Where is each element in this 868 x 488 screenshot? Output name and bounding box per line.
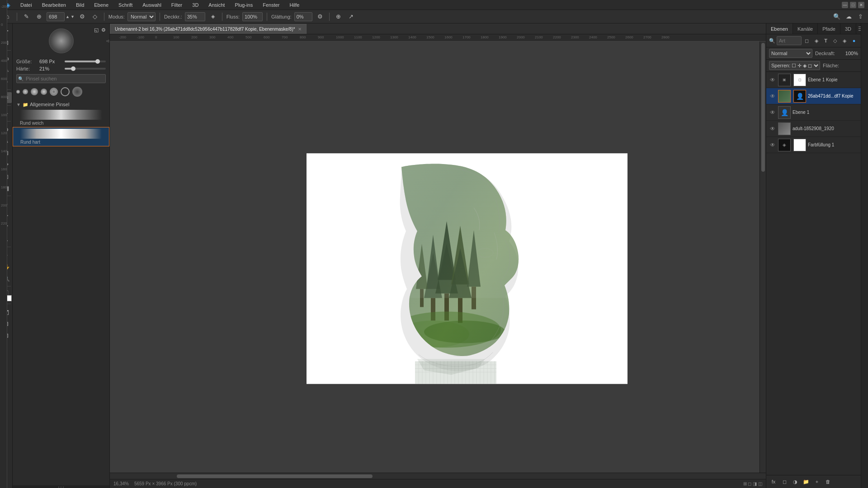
menu-item-plugins[interactable]: Plug-ins bbox=[233, 1, 255, 9]
brush-search-input[interactable] bbox=[16, 74, 106, 83]
brush-hardness-thumb[interactable] bbox=[71, 66, 75, 71]
flow-input[interactable] bbox=[185, 12, 205, 21]
filter-smart-button[interactable]: ◈ bbox=[840, 36, 849, 45]
layer-item-farbfuellung[interactable]: 👁 ◈ Farbfüllung 1 bbox=[766, 137, 861, 153]
layer-new-button[interactable]: + bbox=[812, 477, 821, 486]
layer-visibility-5[interactable]: 👁 bbox=[769, 141, 776, 149]
tab-ebenen[interactable]: Ebenen bbox=[766, 23, 793, 34]
layer-blend-mode-select[interactable]: Normal bbox=[769, 49, 812, 58]
brush-size-slider[interactable] bbox=[65, 61, 106, 62]
menu-item-datei[interactable]: Datei bbox=[19, 1, 34, 9]
brush-preset-2[interactable] bbox=[23, 89, 28, 94]
layer-mask-button[interactable]: ◻ bbox=[780, 477, 789, 486]
filter-shape-button[interactable]: ◇ bbox=[831, 36, 839, 45]
brush-preset-6[interactable] bbox=[61, 87, 70, 96]
share-button[interactable]: ⇧ bbox=[855, 12, 865, 22]
brush-preset-7[interactable] bbox=[72, 87, 82, 97]
menu-item-ebene[interactable]: Ebene bbox=[92, 1, 110, 9]
brush-item-rund-weich[interactable]: Rund weich bbox=[13, 108, 109, 127]
airbrush-button[interactable]: ◈ bbox=[208, 12, 218, 22]
tab-3d[interactable]: 3D bbox=[840, 23, 856, 34]
symmetry-button[interactable]: ⊕ bbox=[334, 12, 344, 22]
erase-tool-button[interactable]: ◇ bbox=[90, 12, 100, 22]
filter-toggle[interactable]: ● bbox=[850, 36, 858, 45]
tab-kanaele[interactable]: Kanäle bbox=[793, 23, 818, 34]
brush-size-thumb[interactable] bbox=[95, 59, 100, 64]
brush-item-rund-hart[interactable]: Rund hart bbox=[13, 127, 109, 146]
layer-item-adult[interactable]: 👁 adult-1852908_1920 bbox=[766, 121, 861, 137]
ruler-mark-28: 2600 bbox=[625, 35, 633, 39]
brush-tool-button[interactable]: ✎ bbox=[21, 12, 31, 22]
vertical-scrollbar[interactable] bbox=[760, 42, 766, 473]
layers-search-input[interactable] bbox=[777, 36, 802, 45]
minimize-button[interactable]: — bbox=[842, 2, 848, 8]
layer-item-ebene1[interactable]: 👁 👤 Ebene 1 bbox=[766, 104, 861, 121]
filter-adjust-button[interactable]: ◈ bbox=[812, 36, 821, 45]
brush-category-allgemein[interactable]: ▼ 📁 Allgemeine Pinsel bbox=[13, 100, 109, 108]
layer-item-ebene1-kopie[interactable]: 👁 ▣ ◻ Ebene 1 Kopie bbox=[766, 72, 861, 88]
menu-item-filter[interactable]: Filter bbox=[170, 1, 184, 9]
brush-size-arrow-down[interactable]: ▼ bbox=[71, 14, 75, 19]
window-controls: — □ ✕ bbox=[842, 2, 864, 8]
search-button[interactable]: 🔍 bbox=[832, 12, 842, 22]
horizontal-scrollbar[interactable] bbox=[110, 473, 766, 479]
layer-visibility-2[interactable]: 👁 bbox=[769, 93, 776, 100]
canvas-document[interactable] bbox=[307, 154, 627, 384]
brush-settings-button[interactable]: ⚙ bbox=[77, 12, 87, 22]
toolbar-separator-4 bbox=[222, 13, 222, 21]
menu-item-auswahl[interactable]: Auswahl bbox=[141, 1, 163, 9]
menu-item-bearbeiten[interactable]: Bearbeiten bbox=[40, 1, 68, 9]
layer-visibility-4[interactable]: 👁 bbox=[769, 125, 776, 132]
smoothing-settings-button[interactable]: ⚙ bbox=[315, 12, 325, 22]
cloud-button[interactable]: ☁ bbox=[844, 12, 854, 22]
layer-visibility-3[interactable]: 👁 bbox=[769, 109, 776, 116]
tab-pfade[interactable]: Pfade bbox=[818, 23, 840, 34]
menu-item-hilfe[interactable]: Hilfe bbox=[288, 1, 301, 9]
brush-size-input[interactable] bbox=[47, 12, 65, 21]
v-scroll-thumb[interactable] bbox=[761, 43, 765, 172]
search-icon: 🔍 bbox=[769, 38, 775, 44]
angle-button[interactable]: ↗ bbox=[346, 12, 356, 22]
layer-visibility-1[interactable]: 👁 bbox=[769, 76, 776, 84]
layer-adjustment-button[interactable]: ◑ bbox=[791, 477, 800, 486]
menu-item-3d[interactable]: 3D bbox=[190, 1, 200, 9]
menu-item-fenster[interactable]: Fenster bbox=[261, 1, 281, 9]
brush-size-arrow-up[interactable]: ▲ bbox=[66, 14, 70, 19]
mode-select[interactable]: Normal bbox=[127, 12, 156, 21]
menu-item-bild[interactable]: Bild bbox=[74, 1, 86, 9]
h-scroll-thumb[interactable] bbox=[177, 474, 373, 478]
layer-lock-select[interactable]: Sperren: ☐ ✛ ◈ ◻ bbox=[769, 61, 820, 70]
brush-hardness-slider-track bbox=[65, 68, 106, 70]
maximize-button[interactable]: □ bbox=[850, 2, 856, 8]
opacity-input[interactable] bbox=[242, 12, 263, 21]
document-tab[interactable]: Unbenannt-2 bei 16,3% (26ab471dd8dc52b95… bbox=[110, 24, 307, 34]
menu-item-ansicht[interactable]: Ansicht bbox=[207, 1, 226, 9]
layer-item-photo-kopie[interactable]: 👁 👤 26ab471dd...df7 Kopie bbox=[766, 88, 861, 104]
brush-preset-1[interactable] bbox=[16, 90, 20, 94]
layer-delete-button[interactable]: 🗑 bbox=[823, 477, 832, 486]
brush-preset-3[interactable] bbox=[31, 88, 38, 95]
layer-person-icon-2: 👤 bbox=[796, 93, 804, 100]
close-button[interactable]: ✕ bbox=[858, 2, 864, 8]
mode-label: Modus: bbox=[108, 14, 125, 19]
brush-panel-bottom-resize[interactable]: • • • bbox=[13, 485, 109, 488]
menu-item-schrift[interactable]: Schrift bbox=[117, 1, 134, 9]
brush-preset-5[interactable] bbox=[50, 88, 58, 96]
filter-text-button[interactable]: T bbox=[822, 36, 830, 45]
brush-panel-expand-icon[interactable]: ◱ bbox=[94, 27, 99, 33]
brush-preset-4[interactable] bbox=[41, 89, 47, 95]
clone-tool-button[interactable]: ⊕ bbox=[34, 12, 44, 22]
smoothing-input[interactable] bbox=[294, 12, 312, 21]
layer-group-button[interactable]: 📁 bbox=[802, 477, 811, 486]
toolbar-separator-2 bbox=[104, 13, 104, 21]
horizontal-ruler: -200 -100 0 100 200 300 400 500 600 700 … bbox=[110, 34, 766, 42]
layers-search-toolbar: 🔍 ◻ ◈ T ◇ ◈ ● bbox=[766, 34, 861, 47]
filter-pixel-button[interactable]: ◻ bbox=[803, 36, 811, 45]
toolbar-separator-3 bbox=[160, 13, 160, 21]
tab-close-button[interactable]: ✕ bbox=[298, 27, 302, 32]
layer-fx-button[interactable]: fx bbox=[769, 477, 778, 486]
brush-panel-settings-icon[interactable]: ⚙ bbox=[101, 27, 106, 33]
main-area: ✛ ⊡ ▭ ⌓ ✦ ✂ ✦ ⊕ ✎ ⊞ ↩ ◻ ▦ ○ ✒ T ↖ ○ ✋ 🔍 … bbox=[0, 23, 868, 488]
brush-panel-resize[interactable]: ⊲ bbox=[106, 38, 109, 43]
brush-hardness-slider[interactable] bbox=[65, 68, 106, 70]
